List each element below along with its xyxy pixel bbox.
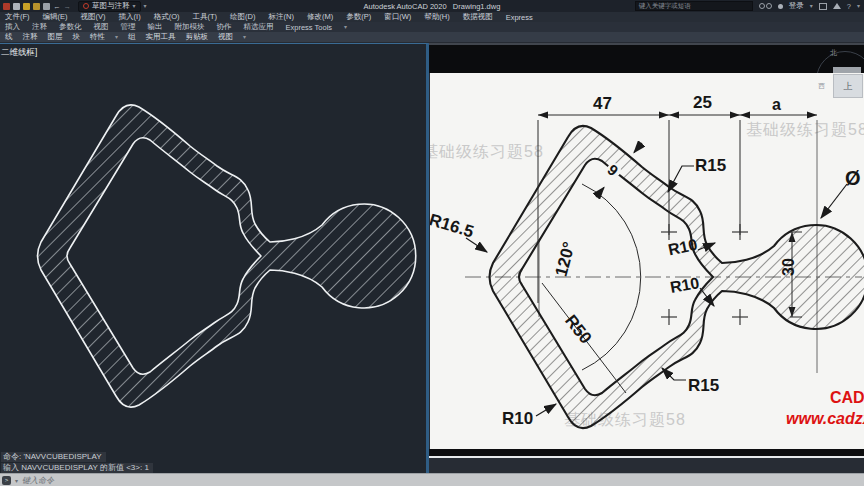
menu-insert[interactable]: 插入(I) <box>119 12 141 22</box>
command-line-icon[interactable]: > <box>2 476 11 485</box>
ribbon-collapse-icon[interactable]: ▾ <box>344 24 347 30</box>
signin-chevron-icon[interactable]: ▾ <box>810 3 813 9</box>
menu-format[interactable]: 格式(O) <box>154 12 180 22</box>
reference-image: 基础级练习题58 基础级练习题58 基础级练习题58 <box>430 73 864 449</box>
store-icon[interactable] <box>819 3 827 10</box>
tab-insert[interactable]: 插入 <box>5 22 20 32</box>
model-drawing-canvas[interactable] <box>0 44 426 474</box>
dim-a: a <box>772 96 781 113</box>
help-icon[interactable]: ? <box>847 2 851 11</box>
panel-block[interactable]: 块 <box>73 32 81 42</box>
menu-dimension[interactable]: 标注(N) <box>269 12 294 22</box>
new-file-icon[interactable] <box>13 3 20 10</box>
command-history-line: 命令: 'NAVVCUBEDISPLAY <box>1 451 106 462</box>
quick-access-toolbar: ← → 草图与注释 ▾ ▾ <box>0 1 147 12</box>
reference-bottom-band <box>429 449 864 456</box>
menu-express[interactable]: Express <box>506 13 533 22</box>
tab-featured-apps[interactable]: 精选应用 <box>244 22 274 32</box>
search-input[interactable]: 键入关键字或短语 <box>635 1 753 11</box>
command-input[interactable]: 键入命令 <box>22 475 54 486</box>
panel-annotation[interactable]: 注释 <box>23 32 38 42</box>
workspace-switcher[interactable]: 草图与注释 ▾ <box>78 1 141 12</box>
plot-icon[interactable] <box>43 3 50 10</box>
chevron-down-icon: ▾ <box>133 3 136 9</box>
dim-r50: R50 <box>561 311 595 347</box>
reference-drawing: 基础级练习题58 基础级练习题58 基础级练习题58 <box>430 73 864 449</box>
menu-tools[interactable]: 工具(T) <box>193 12 218 22</box>
viewcube-top-edge[interactable] <box>833 67 861 73</box>
undo-icon[interactable]: ← <box>53 2 61 11</box>
save-icon[interactable] <box>33 3 40 10</box>
autocad-window: { "titlebar":{ "workspace":"草图与注释", "app… <box>0 0 864 486</box>
menu-window[interactable]: 窗口(W) <box>384 12 411 22</box>
panel-line[interactable]: 线 <box>5 32 13 42</box>
brand-text: CAD自学 www.cadzx <box>786 389 864 427</box>
menu-edit[interactable]: 编辑(E) <box>43 12 68 22</box>
viewcube-west-label[interactable]: 西 <box>818 81 825 91</box>
menu-draw[interactable]: 绘图(D) <box>230 12 255 22</box>
view-chevron-icon[interactable]: ▾ <box>243 34 246 40</box>
hatched-part-shape[interactable] <box>38 105 416 407</box>
panel-clipboard[interactable]: 剪贴板 <box>186 32 209 42</box>
signin-link[interactable]: 登录 <box>789 1 804 11</box>
model-viewport[interactable]: 二维线框] 命令: 'NAVVCUBEDISPLAY 输入 NAVVCUBEDI… <box>0 43 429 474</box>
panel-view[interactable]: 视图 <box>218 32 233 42</box>
ribbon-tab-bar: 插入 注释 参数化 视图 管理 输出 附加模块 协作 精选应用 Express … <box>0 22 864 32</box>
dim-r10-bottom: R10 <box>502 409 533 428</box>
dim-r15-bottom: R15 <box>688 376 719 395</box>
help-chevron-icon[interactable]: ▾ <box>857 3 860 9</box>
dim-25: 25 <box>693 93 712 112</box>
app-title: Autodesk AutoCAD 2020 <box>364 2 447 11</box>
command-history-line: 输入 NAVVCUBEDISPLAY 的新值 <3>: 1 <box>1 462 153 473</box>
open-folder-icon[interactable] <box>23 3 30 10</box>
command-input-bar[interactable]: > ▾ 键入命令 <box>0 473 864 486</box>
reference-pane: 北 基础级练习题58 基础级练习题58 基础级练习题58 <box>429 43 864 473</box>
brand-name: CAD自学 <box>830 389 864 406</box>
app-logo-icon[interactable] <box>3 3 10 10</box>
command-options-icon[interactable]: ▾ <box>15 477 18 484</box>
autodesk-alert-icon[interactable] <box>833 3 841 9</box>
tab-addins[interactable]: 附加模块 <box>175 22 205 32</box>
menu-dataview[interactable]: 数据视图 <box>463 12 493 22</box>
properties-chevron-icon[interactable]: ▾ <box>115 34 118 40</box>
workspace-label: 草图与注释 <box>92 1 130 11</box>
tab-annotate[interactable]: 注释 <box>32 22 47 32</box>
tab-view[interactable]: 视图 <box>94 22 109 32</box>
qat-dropdown-icon[interactable]: ▾ <box>144 3 147 9</box>
title-bar: ← → 草图与注释 ▾ ▾ Autodesk AutoCAD 2020 Draw… <box>0 0 864 12</box>
titlebar-right-tools: 键入关键字或短语 登录 ▾ ? ▾ <box>635 1 864 11</box>
menu-view[interactable]: 视图(V) <box>81 12 106 22</box>
search-icon[interactable] <box>759 3 772 9</box>
dim-r10-lower: R10 <box>669 274 701 296</box>
reference-top-band: 北 <box>429 45 864 73</box>
tab-parametric[interactable]: 参数化 <box>59 22 82 32</box>
dim-dia: Ø <box>845 167 861 189</box>
menu-parametric[interactable]: 参数(P) <box>346 12 371 22</box>
viewcube-top-label: 上 <box>844 80 853 93</box>
panel-layers[interactable]: 图层 <box>48 32 63 42</box>
panel-properties[interactable]: 特性 <box>90 32 105 42</box>
menu-file[interactable]: 文件(F) <box>5 12 30 22</box>
dim-120: 120° <box>551 240 579 279</box>
viewport-view-control[interactable]: 二维线框] <box>1 47 37 59</box>
dim-r10-upper: R10 <box>667 236 699 259</box>
tab-express-tools[interactable]: Express Tools <box>286 23 333 32</box>
menu-help[interactable]: 帮助(H) <box>424 12 449 22</box>
panel-groups[interactable]: 组 <box>128 32 136 42</box>
tab-output[interactable]: 输出 <box>148 22 163 32</box>
viewcube-north-label[interactable]: 北 <box>830 48 837 58</box>
ribbon-panel-bar: 线 注释 图层 块 特性 ▾ 组 实用工具 剪贴板 视图 ▾ <box>0 32 864 42</box>
dim-47: 47 <box>593 94 612 113</box>
tab-collaborate[interactable]: 协作 <box>217 22 232 32</box>
redo-icon[interactable]: → <box>64 2 72 11</box>
dim-30: 30 <box>780 258 797 276</box>
dim-r15-top: R15 <box>695 156 726 175</box>
tab-manage[interactable]: 管理 <box>121 22 136 32</box>
svg-text:基础级练习题58: 基础级练习题58 <box>430 143 544 160</box>
reference-bottom-line <box>429 456 864 458</box>
viewcube-face-top[interactable]: 上 <box>833 74 863 98</box>
menu-modify[interactable]: 修改(M) <box>307 12 333 22</box>
brand-url: www.cadzx <box>786 410 864 427</box>
svg-text:基础级练习题58: 基础级练习题58 <box>746 121 864 138</box>
panel-utilities[interactable]: 实用工具 <box>146 32 176 42</box>
